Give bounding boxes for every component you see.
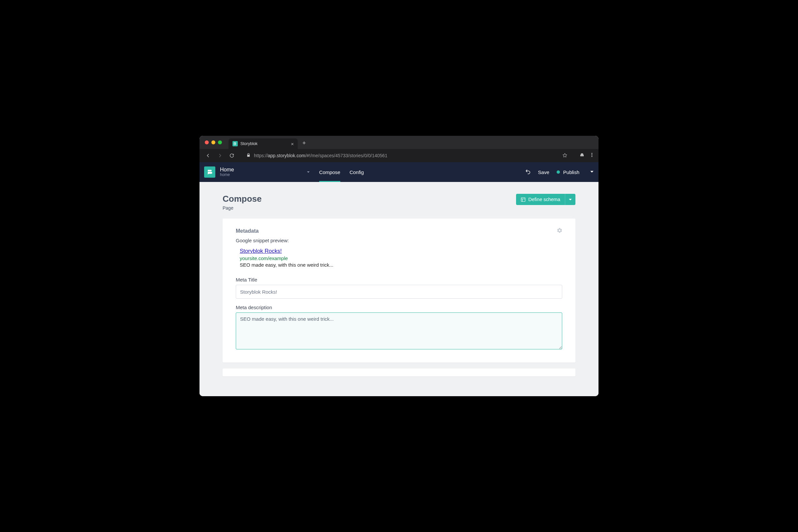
publish-status-dot-icon [557, 170, 560, 174]
window-controls [205, 140, 222, 145]
tab-config-label: Config [350, 169, 364, 175]
svg-point-7 [592, 156, 592, 156]
app-top-bar: Home home Compose Config Save Publish [200, 162, 598, 182]
tab-compose-label: Compose [319, 169, 340, 175]
back-button[interactable] [203, 151, 213, 160]
browser-titlebar: Storyblok × + [200, 136, 598, 149]
window-close-button[interactable] [205, 140, 209, 145]
component-type-label: Page [223, 205, 261, 211]
bookmark-star-icon[interactable] [562, 153, 568, 159]
tab-compose[interactable]: Compose [319, 162, 340, 182]
forward-button[interactable] [215, 151, 225, 160]
define-schema-label: Define schema [528, 197, 560, 202]
meta-title-label: Meta Title [236, 277, 562, 283]
undo-button[interactable] [525, 168, 531, 176]
snippet-url: yoursite.com/example [240, 255, 562, 261]
svg-rect-8 [521, 197, 525, 202]
app-actions: Save Publish [525, 168, 594, 176]
svg-point-6 [592, 155, 592, 155]
storyblok-logo-icon[interactable] [204, 167, 215, 178]
url-path: /#!/me/spaces/45733/stories/0/0/140561 [305, 153, 387, 158]
lock-icon [246, 153, 250, 158]
publish-label: Publish [563, 169, 579, 175]
browser-tab-title: Storyblok [240, 141, 258, 146]
define-schema-dropdown[interactable] [565, 194, 575, 205]
meta-title-input[interactable] [236, 285, 562, 299]
incognito-icon[interactable] [579, 152, 584, 159]
tab-config[interactable]: Config [350, 162, 364, 182]
chevron-down-icon [569, 198, 572, 202]
metadata-card: Metadata Google snippet preview: Storybl… [223, 218, 575, 363]
snippet-title: Storyblok Rocks! [240, 248, 562, 254]
save-button[interactable]: Save [538, 169, 549, 175]
story-slug: home [220, 173, 234, 177]
google-snippet-preview: Storyblok Rocks! yoursite.com/example SE… [236, 248, 562, 268]
page-heading: Compose [223, 194, 261, 204]
app-tabs: Compose Config [319, 162, 364, 182]
field-settings-button[interactable] [557, 228, 562, 234]
meta-title-field: Meta Title [236, 277, 562, 299]
next-card-placeholder [223, 368, 575, 376]
browser-menu-icon[interactable] [589, 152, 595, 159]
svg-rect-2 [235, 144, 236, 145]
svg-point-5 [592, 153, 592, 154]
content-area: Compose Page Define schema Metadata [200, 182, 598, 396]
storyblok-favicon-icon [233, 141, 238, 146]
browser-toolbar: https://app.storyblok.com/#!/me/spaces/4… [200, 149, 598, 162]
browser-window: Storyblok × + https://app.storyblok.com/… [200, 136, 598, 396]
meta-description-field: Meta description [236, 305, 562, 351]
reload-button[interactable] [227, 151, 237, 160]
svg-point-3 [580, 155, 582, 156]
story-dropdown-caret-icon[interactable] [307, 169, 310, 175]
content-header: Compose Page Define schema [223, 194, 575, 211]
window-minimize-button[interactable] [211, 140, 215, 145]
svg-point-4 [582, 155, 584, 156]
story-title-block[interactable]: Home home [220, 167, 234, 177]
address-bar[interactable]: https://app.storyblok.com/#!/me/spaces/4… [242, 151, 572, 160]
story-title: Home [220, 167, 234, 173]
metadata-section-title: Metadata [236, 228, 259, 234]
define-schema-button[interactable]: Define schema [516, 194, 575, 205]
publish-dropdown-caret-icon[interactable] [590, 169, 594, 175]
meta-description-input[interactable] [236, 312, 562, 349]
browser-menu-icons [579, 152, 595, 159]
snippet-preview-label: Google snippet preview: [236, 238, 562, 243]
snippet-description: SEO made easy, with this one weird trick… [240, 262, 562, 268]
new-tab-button[interactable]: + [302, 140, 306, 147]
window-maximize-button[interactable] [218, 140, 222, 145]
browser-tab[interactable]: Storyblok × [228, 138, 298, 149]
publish-button[interactable]: Publish [557, 169, 579, 175]
url-host: app.storyblok.com [268, 153, 305, 158]
url-scheme: https:// [254, 153, 268, 158]
svg-rect-1 [235, 143, 236, 144]
schema-icon [521, 197, 526, 202]
gear-icon [557, 228, 562, 233]
url-text: https://app.storyblok.com/#!/me/spaces/4… [254, 153, 387, 158]
meta-description-label: Meta description [236, 305, 562, 310]
close-tab-icon[interactable]: × [291, 141, 294, 146]
